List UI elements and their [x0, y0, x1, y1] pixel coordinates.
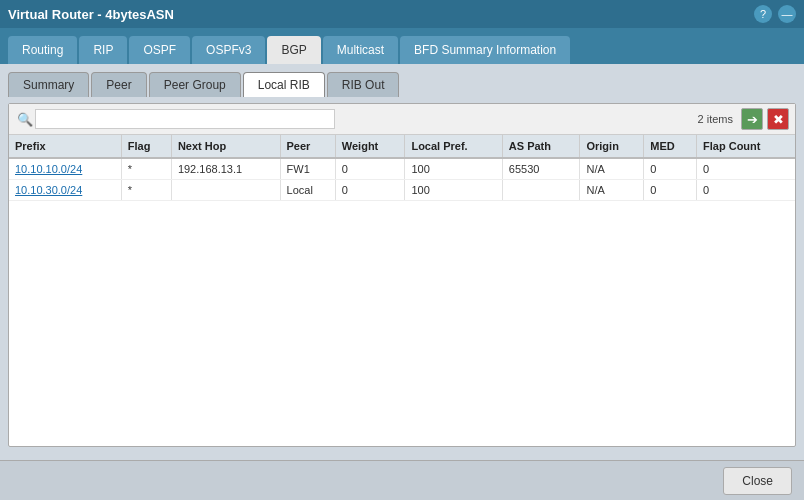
flag-cell: *: [121, 158, 171, 180]
col-header-flap-count: Flap Count: [697, 135, 795, 158]
col-header-prefix: Prefix: [9, 135, 121, 158]
weight-cell: 0: [335, 180, 405, 201]
table-close-button[interactable]: ✖: [767, 108, 789, 130]
col-header-peer: Peer: [280, 135, 335, 158]
table-header-row: PrefixFlagNext HopPeerWeightLocal Pref.A…: [9, 135, 795, 158]
origin-cell: N/A: [580, 158, 644, 180]
sub-tab-summary[interactable]: Summary: [8, 72, 89, 97]
table-toolbar: 🔍 2 items ➔ ✖: [9, 104, 795, 135]
as-path-cell: [502, 180, 580, 201]
main-tab-bgp[interactable]: BGP: [267, 36, 320, 64]
main-tab-ospfv3[interactable]: OSPFv3: [192, 36, 265, 64]
weight-cell: 0: [335, 158, 405, 180]
search-input[interactable]: [35, 109, 335, 129]
table-container: 🔍 2 items ➔ ✖ PrefixFlagNext HopPeerWeig…: [8, 103, 796, 447]
close-button[interactable]: Close: [723, 467, 792, 495]
sub-tab-rib-out[interactable]: RIB Out: [327, 72, 400, 97]
window-title: Virtual Router - 4bytesASN: [8, 7, 174, 22]
col-header-med: MED: [644, 135, 697, 158]
table-header: PrefixFlagNext HopPeerWeightLocal Pref.A…: [9, 135, 795, 158]
search-area: 🔍: [15, 109, 698, 129]
title-bar: Virtual Router - 4bytesASN ? —: [0, 0, 804, 28]
main-tab-routing[interactable]: Routing: [8, 36, 77, 64]
footer: Close: [0, 460, 804, 500]
toolbar-actions: ➔ ✖: [741, 108, 789, 130]
nexthop-cell: 192.168.13.1: [171, 158, 280, 180]
flap-count-cell: 0: [697, 158, 795, 180]
minimize-icon[interactable]: —: [778, 5, 796, 23]
sub-tab-peer[interactable]: Peer: [91, 72, 146, 97]
main-tab-bar: RoutingRIPOSPFOSPFv3BGPMulticastBFD Summ…: [0, 28, 804, 64]
main-tab-bfd[interactable]: BFD Summary Information: [400, 36, 570, 64]
origin-cell: N/A: [580, 180, 644, 201]
flap-count-cell: 0: [697, 180, 795, 201]
main-tab-rip[interactable]: RIP: [79, 36, 127, 64]
sub-tab-local-rib[interactable]: Local RIB: [243, 72, 325, 97]
col-header-nexthop: Next Hop: [171, 135, 280, 158]
local-pref-cell: 100: [405, 180, 502, 201]
nexthop-cell: [171, 180, 280, 201]
content-area: SummaryPeerPeer GroupLocal RIBRIB Out 🔍 …: [0, 64, 804, 460]
prefix-cell[interactable]: 10.10.30.0/24: [9, 180, 121, 201]
main-tab-multicast[interactable]: Multicast: [323, 36, 398, 64]
help-icon[interactable]: ?: [754, 5, 772, 23]
med-cell: 0: [644, 158, 697, 180]
sub-tab-bar: SummaryPeerPeer GroupLocal RIBRIB Out: [8, 72, 796, 97]
flag-cell: *: [121, 180, 171, 201]
sub-tab-peer-group[interactable]: Peer Group: [149, 72, 241, 97]
as-path-cell: 65530: [502, 158, 580, 180]
main-tab-ospf[interactable]: OSPF: [129, 36, 190, 64]
col-header-local-pref: Local Pref.: [405, 135, 502, 158]
title-bar-icons: ? —: [754, 5, 796, 23]
search-icon: 🔍: [15, 109, 35, 129]
table-row: 10.10.30.0/24*Local0100N/A00: [9, 180, 795, 201]
prefix-cell[interactable]: 10.10.10.0/24: [9, 158, 121, 180]
items-count: 2 items: [698, 113, 733, 125]
col-header-weight: Weight: [335, 135, 405, 158]
col-header-as-path: AS Path: [502, 135, 580, 158]
table-row: 10.10.10.0/24*192.168.13.1FW1010065530N/…: [9, 158, 795, 180]
col-header-flag: Flag: [121, 135, 171, 158]
peer-cell: FW1: [280, 158, 335, 180]
peer-cell: Local: [280, 180, 335, 201]
local-pref-cell: 100: [405, 158, 502, 180]
table-body: 10.10.10.0/24*192.168.13.1FW1010065530N/…: [9, 158, 795, 201]
med-cell: 0: [644, 180, 697, 201]
col-header-origin: Origin: [580, 135, 644, 158]
rib-table: PrefixFlagNext HopPeerWeightLocal Pref.A…: [9, 135, 795, 201]
export-button[interactable]: ➔: [741, 108, 763, 130]
